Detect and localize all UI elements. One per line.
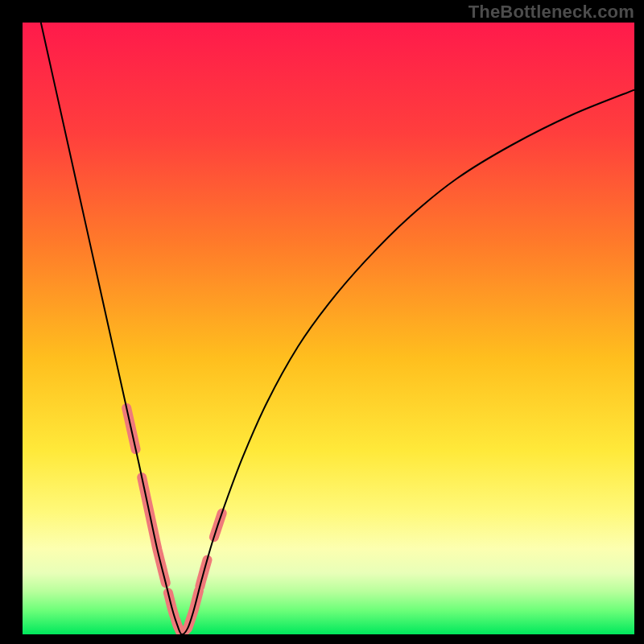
plot-area xyxy=(23,23,634,634)
bottleneck-curve xyxy=(41,23,634,634)
chart-frame: TheBottleneck.com xyxy=(0,0,644,644)
curve-layer xyxy=(23,23,634,634)
highlight-segments xyxy=(126,408,222,634)
watermark-text: TheBottleneck.com xyxy=(469,2,634,23)
